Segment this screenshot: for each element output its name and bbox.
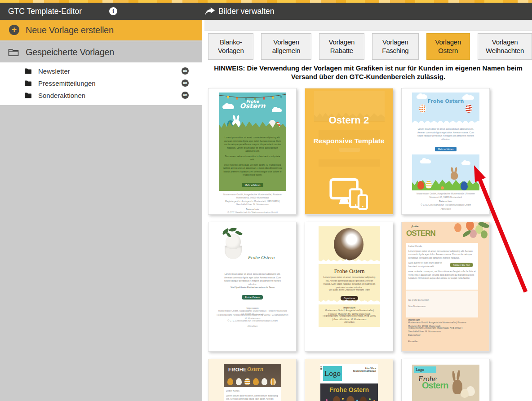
footer-unsubscribe-link: Abmelden — [415, 207, 477, 211]
body-text: Duis autem vel eum iriure dolor in hendr… — [408, 261, 448, 268]
manage-images-label: Bilder verwalten — [218, 7, 275, 16]
template-card-ostern-7[interactable]: FROHE Ostern Lieber Kunde, Lorem ipsum d… — [208, 359, 297, 401]
chocolate-photo: Frohe Ostern — [320, 383, 378, 401]
footer-address: Mustermann GmbH, Ausgedachte Musterstraß… — [415, 192, 477, 199]
cta-button: Osterhase — [341, 296, 358, 300]
category-tabs: Blanko- Vorlagen Vorlagen allgemein Vorl… — [208, 33, 532, 60]
folder-name: Pressemitteilungen — [38, 77, 96, 89]
closing: Es grüßt Sie herzlich — [408, 299, 476, 302]
template-card-ostern-9[interactable]: Logo Frohe Ostern Lieber Kunde, Lorem ip… — [401, 359, 490, 401]
bunny-ear — [451, 167, 454, 174]
signature: Max Mustermann — [408, 305, 476, 308]
footer-unsubscribe-link: Abmelden — [217, 325, 288, 328]
ghost-footer — [319, 159, 380, 167]
tab-blanko-vorlagen[interactable]: Blanko- Vorlagen — [208, 33, 253, 60]
card-heading: OSTERN — [406, 229, 435, 237]
logo-header: IHR Logo Und Ihre Textinformationen — [320, 364, 378, 383]
app-header: GTC Template-Editor i Bilder verwalten — [0, 3, 532, 20]
template-card-ostern-3[interactable]: Frohe Ostern Lorem ipsum dolor sit amet,… — [401, 88, 490, 215]
template-preview: FroheOstern Lorem ipsum dolor sit amet, … — [219, 93, 286, 215]
info-icon[interactable]: i — [109, 7, 117, 15]
template-preview: frohe OSTERN Lieber Kunde, Lorem ipsum d… — [402, 222, 489, 351]
template-card-ostern-1[interactable]: FroheOstern Lorem ipsum dolor sit amet, … — [208, 88, 297, 215]
salutation: Lieber Kunde, — [224, 387, 281, 393]
card-title: Ostern 2 — [305, 115, 393, 126]
easter-egg — [419, 104, 426, 113]
template-card-ostern-2[interactable]: Ostern 2 Responsive Template — [305, 88, 393, 215]
body-text: Lorem ipsum dolor sit amet, consectetuer… — [222, 136, 283, 153]
easter-egg — [417, 181, 424, 189]
tab-vorlagen-ostern[interactable]: Vorlagen Ostern — [426, 33, 470, 60]
tab-vorlagen-fasching[interactable]: Vorlagen Fasching — [372, 33, 418, 60]
folder-icon — [25, 80, 31, 86]
cta-button: Mehr erfahren — [435, 147, 457, 151]
footer-privacy-link: Datenschutz — [222, 208, 284, 212]
rename-icon[interactable]: ab — [182, 67, 189, 75]
folder-icon — [25, 93, 31, 98]
cta-button: Mehr erfahren — [242, 183, 264, 187]
body-text: Lorem ipsum dolor sit amet, consectetuer… — [415, 128, 477, 141]
body-text: Lorem ipsum dolor sit amet, consectetuer… — [221, 273, 284, 286]
cloud — [417, 95, 427, 99]
tab-vorlagen-weihnachten[interactable]: Vorlagen Weihnachten — [478, 33, 532, 60]
bunny-ear — [456, 370, 460, 381]
footer-address: Mustermann GmbH, Ausgedachte Musterstraß… — [222, 193, 284, 200]
cloud — [461, 162, 470, 165]
footer-privacy-link: Datenschutz — [408, 334, 475, 337]
usage-notice: HINWEIS: Die Verwendung der Vorlagen mit… — [208, 64, 529, 81]
cta-button: Frohe Ostern — [242, 295, 262, 300]
egg-photo — [221, 229, 244, 259]
folder-row-newsletter[interactable]: Newsletter ab — [0, 65, 202, 77]
footer-copyright: © GTC Gesellschaft für Telekommunikation… — [217, 319, 288, 323]
new-template-button[interactable]: + Neue Vorlage erstellen — [0, 20, 202, 40]
manage-images-button[interactable]: Bilder verwalten — [205, 3, 275, 20]
sidebar: + Neue Vorlage erstellen Gespeicherte Vo… — [0, 20, 202, 401]
body-text: Lorem ipsum dolor sit amet, consectetuer… — [408, 250, 476, 260]
saved-templates-header[interactable]: Gespeicherte Vorlagen — [0, 42, 202, 62]
card-heading: FROHE — [228, 367, 247, 372]
rename-icon[interactable]: ab — [182, 92, 189, 99]
footer-address: Registergericht: Amtsgericht Musterstadt… — [322, 314, 377, 321]
card-heading-script: Ostern — [247, 366, 263, 373]
banner-heading: Frohe Ostern — [320, 386, 378, 393]
responsive-devices-icon — [328, 178, 370, 211]
footer-privacy-link: Datenschutz — [415, 200, 477, 203]
body-text: esse molestie consequat, vel illum dolor… — [222, 163, 283, 177]
tab-vorlagen-allgemein[interactable]: Vorlagen allgemein — [261, 33, 311, 60]
card-heading: Frohe Ostern — [319, 268, 380, 275]
template-grid: FroheOstern Lorem ipsum dolor sit amet, … — [208, 88, 490, 401]
folder-row-pressemitteilungen[interactable]: Pressemitteilungen ab — [0, 77, 202, 89]
template-preview: Frohe Ostern Lorem ipsum dolor sit amet,… — [412, 93, 479, 215]
footer-unsubscribe-link: Abmelden — [408, 340, 475, 344]
easter-egg — [466, 104, 472, 113]
new-template-label: Neue Vorlage erstellen — [26, 20, 114, 40]
folder-row-sonderaktionen[interactable]: Sonderaktionen ab — [0, 89, 202, 101]
footer-copyright: © GTC Gesellschaft für Telekommunikation… — [415, 203, 477, 207]
card-subtitle: Responsive Template — [305, 137, 393, 145]
folder-list: Newsletter ab Pressemitteilungen ab Sond… — [0, 62, 202, 105]
salutation: Lieber Kunde, — [408, 245, 476, 248]
folder-name: Sonderaktionen — [38, 89, 85, 101]
cloud-scallop — [412, 120, 479, 124]
folder-name: Newsletter — [38, 65, 70, 77]
template-card-ostern-4[interactable]: Frohe Ostern Lorem ipsum dolor sit amet,… — [208, 222, 297, 352]
saved-templates-label: Gespeicherte Vorlagen — [26, 42, 114, 62]
plus-icon: + — [9, 25, 19, 35]
tab-vorlagen-rabatte[interactable]: Vorlagen Rabatte — [319, 33, 364, 60]
easter-egg — [461, 389, 469, 398]
footer-address: Registergericht: Amtsgericht Musterstadt… — [222, 200, 284, 207]
header-banner: Logo Frohe Ostern — [412, 365, 479, 401]
rename-icon[interactable]: ab — [182, 79, 189, 87]
rabbit-photo — [334, 228, 364, 260]
toolbar-strip — [204, 20, 532, 31]
template-card-ostern-6[interactable]: frohe OSTERN Lieber Kunde, Lorem ipsum d… — [401, 222, 490, 352]
folder-open-icon — [8, 48, 19, 57]
card-heading: Frohe Ostern — [248, 255, 275, 260]
body-text: Lorem ipsum dolor sit amet, consectetuer… — [322, 276, 377, 289]
template-card-ostern-5[interactable]: Frohe Ostern Lorem ipsum dolor sit amet,… — [305, 222, 393, 352]
template-card-ostern-8[interactable]: IHR Logo Und Ihre Textinformationen Froh… — [305, 359, 393, 401]
forward-arrow-icon — [205, 7, 215, 16]
easter-egg — [426, 181, 432, 189]
flower — [441, 186, 444, 189]
template-preview: Frohe Ostern Lorem ipsum dolor sit amet,… — [319, 226, 380, 327]
